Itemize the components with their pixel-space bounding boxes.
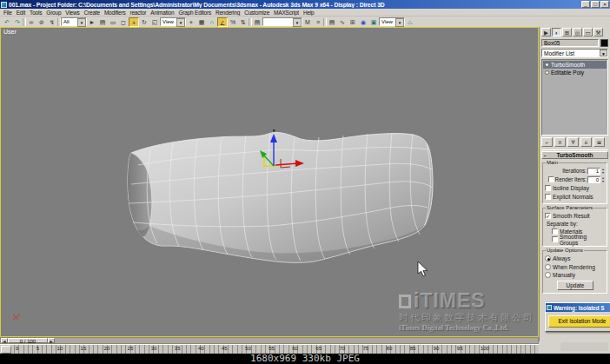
menu-item[interactable]: Views [63, 10, 81, 16]
exit-isolation-mode-button[interactable]: Exit Isolation Mode [548, 315, 610, 328]
menu-item[interactable]: reactor [128, 10, 148, 16]
minimize-button[interactable]: _ [581, 1, 590, 8]
render-setup-icon[interactable]: ▣ [368, 17, 379, 27]
menu-item[interactable]: Create [83, 10, 102, 16]
object-name-field[interactable]: Box05 [541, 39, 599, 47]
pillow-model[interactable] [128, 132, 433, 262]
schematic-view-icon[interactable]: ⊞ [348, 17, 358, 27]
object-color-swatch[interactable] [600, 39, 608, 47]
explicit-normals-checkbox[interactable] [545, 194, 551, 200]
bind-to-space-warp-icon[interactable]: ↯ [47, 17, 57, 27]
tab-utilities[interactable]: ⚒ [593, 28, 603, 36]
watermark-english-text: iTimes Digital Technology Co.,Ltd. [399, 324, 534, 332]
menu-item[interactable]: Rendering [214, 10, 242, 16]
reference-coord-dropdown[interactable]: View [160, 17, 186, 26]
time-slider-handle[interactable]: 0 / 100 [8, 338, 48, 343]
viewport[interactable]: User iTIMES 时代印象数字技术有限公司 iTimes Digital … [0, 27, 539, 337]
select-and-link-icon[interactable]: ∞ [26, 17, 36, 27]
select-and-rotate-icon[interactable]: ↻ [139, 17, 149, 27]
render-iters-input[interactable]: 0 [587, 176, 600, 183]
remove-modifier-button[interactable]: ō [580, 137, 592, 147]
selection-filter-dropdown[interactable]: All [61, 17, 87, 26]
update-button[interactable]: Update [557, 281, 593, 290]
warning-dialog-titlebar[interactable]: Warning: Isolated S [546, 303, 610, 312]
viewport-label[interactable]: User [3, 29, 17, 35]
smoothing-groups-label: Smoothing Groups [560, 234, 606, 246]
manually-radio[interactable] [545, 272, 551, 278]
mirror-icon[interactable]: M [302, 17, 313, 27]
close-button[interactable]: × [600, 1, 609, 8]
rollout-header[interactable]: - TurboSmooth [541, 151, 608, 159]
use-pivot-point-icon[interactable]: ⌖ [186, 17, 196, 27]
tab-hierarchy[interactable]: ⊞ [562, 28, 572, 36]
menu-item[interactable]: Animation [149, 10, 176, 16]
update-button-row: Update [545, 281, 606, 290]
unlink-selection-icon[interactable]: ⊘ [36, 17, 47, 27]
when-rendering-row: When Rendering [545, 263, 606, 270]
always-radio[interactable] [545, 255, 551, 261]
menu-item[interactable]: Customize [242, 10, 271, 16]
iterations-input[interactable]: 1 [587, 168, 600, 175]
percent-snap-icon[interactable]: % [228, 17, 238, 27]
select-and-move-icon[interactable]: + [129, 17, 139, 27]
materials-checkbox[interactable] [552, 228, 558, 235]
window-crossing-icon[interactable]: ◻ [118, 17, 129, 27]
snap-toggle-icon[interactable]: ∩ [207, 17, 217, 27]
render-iters-spinner[interactable]: ▴▾ [600, 176, 606, 183]
quick-render-icon[interactable]: ♨ [405, 17, 415, 27]
render-iters-label: Render Iters: [555, 176, 587, 182]
when-rendering-radio[interactable] [545, 264, 551, 270]
modifier-bulb-icon[interactable] [545, 70, 549, 75]
select-and-manipulate-icon[interactable]: ▦ [196, 17, 207, 27]
pin-stack-button[interactable]: ⌐ [541, 137, 553, 147]
tab-display[interactable]: ▭ [583, 28, 593, 36]
redo-icon[interactable]: ↷ [12, 17, 23, 27]
maximize-button[interactable]: □ [591, 1, 600, 8]
angle-snap-icon[interactable]: ∠ [217, 17, 228, 27]
make-unique-button[interactable]: ∀ [567, 137, 579, 147]
modifier-stack-item[interactable]: Editable Poly [543, 69, 607, 76]
undo-icon[interactable]: ↶ [2, 17, 12, 27]
menu-item[interactable]: Group [44, 10, 63, 16]
material-editor-icon[interactable]: ◉ [358, 17, 368, 27]
rect-selection-region-icon[interactable]: ▭ [108, 17, 118, 27]
render-type-dropdown[interactable]: View [379, 17, 405, 26]
time-slider-track[interactable] [55, 338, 538, 343]
configure-modifier-sets-button[interactable]: ⊞ [593, 137, 605, 147]
modifier-stack-item[interactable]: TurboSmooth [543, 61, 607, 69]
menu-item[interactable]: Graph Editors [176, 10, 213, 16]
trackbar-tick-label: 65 [315, 346, 322, 351]
curve-editor-icon[interactable]: ∿ [337, 17, 348, 27]
show-end-result-button[interactable]: II [554, 137, 566, 147]
menu-item[interactable]: Modifiers [103, 10, 128, 16]
tab-modify[interactable]: ◗ [552, 28, 561, 36]
smooth-result-checkbox[interactable]: ✓ [545, 213, 551, 219]
named-sets-dropdown[interactable] [262, 17, 302, 26]
tab-motion[interactable]: ◎ [573, 28, 582, 36]
named-selection-sets-icon[interactable]: ▤ [252, 17, 262, 27]
select-object-icon[interactable]: ► [87, 17, 97, 27]
menu-item[interactable]: Edit [15, 10, 27, 16]
modifier-bulb-icon[interactable] [545, 63, 549, 67]
time-prev-button[interactable]: ◄ [1, 338, 8, 343]
time-next-button[interactable]: ► [48, 338, 55, 343]
trackbar-tick-label: 50 [245, 346, 251, 351]
modifier-list-dropdown[interactable]: Modifier List ▼ [541, 49, 608, 57]
tab-create[interactable]: ▶ [541, 28, 551, 36]
chevron-down-icon[interactable]: ▼ [600, 50, 607, 56]
time-slider[interactable]: ◄ 0 / 100 ► [0, 337, 539, 344]
spinner-snap-icon[interactable]: ⇅ [238, 17, 249, 27]
menu-item[interactable]: Help [302, 10, 316, 16]
select-and-scale-icon[interactable]: ◱ [149, 17, 160, 27]
menu-item[interactable]: Tools [28, 10, 43, 16]
align-icon[interactable]: ≡ [313, 17, 323, 27]
render-iters-checkbox[interactable] [548, 176, 554, 182]
smoothing-groups-checkbox[interactable] [552, 236, 558, 242]
select-by-name-icon[interactable]: ▤ [97, 17, 108, 27]
iterations-spinner[interactable]: ▴▾ [600, 168, 606, 175]
layer-manager-icon[interactable]: ▤ [327, 17, 337, 27]
isoline-display-checkbox[interactable] [545, 185, 551, 191]
trackbar-mode-icon[interactable] [1, 346, 11, 354]
menu-item[interactable]: File [2, 10, 14, 16]
menu-item[interactable]: MAXScript [272, 10, 301, 16]
